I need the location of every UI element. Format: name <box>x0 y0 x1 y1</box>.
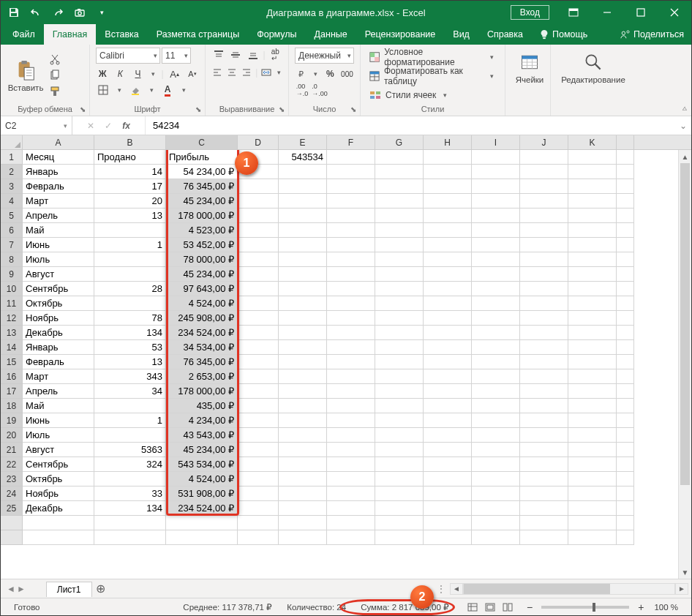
minimize-icon[interactable] <box>590 1 624 24</box>
cell[interactable]: 324 <box>94 457 166 472</box>
cell[interactable] <box>472 223 520 238</box>
cell-styles-button[interactable]: Стили ячеек▾ <box>366 87 499 103</box>
cell[interactable]: Май <box>23 223 94 238</box>
cell[interactable] <box>375 355 424 369</box>
cell[interactable] <box>424 311 472 326</box>
cell[interactable] <box>568 516 617 530</box>
cell[interactable] <box>238 326 279 340</box>
cell[interactable] <box>472 413 520 428</box>
cell[interactable]: Январь <box>23 165 94 179</box>
cell[interactable] <box>472 487 520 501</box>
sheet-nav-next-icon[interactable]: ► <box>17 584 26 594</box>
cell[interactable] <box>568 487 617 501</box>
cell[interactable]: 43 543,00 ₽ <box>166 428 238 443</box>
col-header-B[interactable]: B <box>94 135 166 149</box>
cell[interactable] <box>375 209 424 223</box>
cell[interactable] <box>375 457 424 472</box>
underline-dd-icon[interactable]: ▾ <box>149 70 157 78</box>
cell[interactable]: Январь <box>23 340 94 355</box>
cell[interactable] <box>520 516 568 530</box>
cells-button[interactable]: Ячейки <box>511 48 548 88</box>
cell[interactable] <box>617 355 634 369</box>
fontcolor-dd-icon[interactable]: ▾ <box>179 86 188 94</box>
cell[interactable] <box>520 384 568 399</box>
cell[interactable] <box>424 472 472 487</box>
cell[interactable] <box>166 516 238 530</box>
cell[interactable] <box>279 223 327 238</box>
cell[interactable] <box>279 296 327 311</box>
cell[interactable] <box>327 355 375 369</box>
cell[interactable]: Ноябрь <box>23 311 94 326</box>
cell[interactable]: Октябрь <box>23 472 94 487</box>
cell[interactable] <box>279 516 327 530</box>
cell[interactable] <box>424 501 472 516</box>
cells-area[interactable]: 1 Месяц Продано Прибыль 543534 2Январь14… <box>1 150 691 579</box>
cell[interactable] <box>520 296 568 311</box>
row-header[interactable]: 19 <box>1 413 23 428</box>
cell[interactable] <box>279 238 327 252</box>
cell[interactable] <box>238 179 279 194</box>
cell[interactable] <box>520 355 568 369</box>
cell[interactable] <box>617 267 634 282</box>
col-header-D[interactable]: D <box>238 135 279 149</box>
cell[interactable] <box>375 487 424 501</box>
cell[interactable]: Август <box>23 443 94 457</box>
cell[interactable] <box>279 472 327 487</box>
cell[interactable] <box>94 428 166 443</box>
cell[interactable] <box>424 384 472 399</box>
scroll-left-icon[interactable]: ◄ <box>450 583 463 595</box>
cell[interactable]: 4 523,00 ₽ <box>166 223 238 238</box>
cell[interactable]: 17 <box>94 179 166 194</box>
cell[interactable] <box>424 326 472 340</box>
cell[interactable] <box>568 267 617 282</box>
cell[interactable] <box>568 428 617 443</box>
row-header[interactable]: 4 <box>1 194 23 209</box>
cell[interactable] <box>617 209 634 223</box>
tell-me[interactable]: Помощь <box>532 24 595 45</box>
cell[interactable] <box>424 267 472 282</box>
cell[interactable] <box>238 311 279 326</box>
cell[interactable] <box>568 443 617 457</box>
cell[interactable] <box>327 399 375 413</box>
cell[interactable] <box>375 340 424 355</box>
cell[interactable] <box>424 238 472 252</box>
cell[interactable] <box>375 267 424 282</box>
cell[interactable] <box>375 194 424 209</box>
cell[interactable]: Декабрь <box>23 501 94 516</box>
cell[interactable]: Октябрь <box>23 296 94 311</box>
fx-icon[interactable]: fx <box>122 121 130 131</box>
zoom-level[interactable]: 100 % <box>654 603 678 612</box>
cell[interactable] <box>568 399 617 413</box>
col-header-K[interactable]: K <box>568 135 617 149</box>
cell[interactable] <box>375 399 424 413</box>
cell[interactable] <box>94 267 166 282</box>
cell[interactable] <box>238 369 279 384</box>
row-header[interactable]: 2 <box>1 165 23 179</box>
wrap-text-icon[interactable]: ab↵ <box>268 48 282 62</box>
cell[interactable] <box>375 326 424 340</box>
row-header[interactable]: 5 <box>1 209 23 223</box>
cell[interactable] <box>472 194 520 209</box>
share-button[interactable]: Поделиться <box>613 24 691 45</box>
align-left-icon[interactable] <box>211 65 223 80</box>
cell[interactable] <box>424 252 472 267</box>
cell[interactable]: Май <box>23 399 94 413</box>
cell[interactable] <box>617 194 634 209</box>
align-launcher-icon[interactable]: ⬊ <box>277 104 287 114</box>
cell[interactable] <box>238 487 279 501</box>
cell[interactable]: 45 234,00 ₽ <box>166 194 238 209</box>
cell[interactable] <box>617 311 634 326</box>
row-header[interactable]: 17 <box>1 384 23 399</box>
cell[interactable] <box>375 223 424 238</box>
cell[interactable] <box>375 282 424 296</box>
cell[interactable] <box>327 326 375 340</box>
cell[interactable] <box>238 472 279 487</box>
cell[interactable] <box>327 457 375 472</box>
cell[interactable] <box>568 311 617 326</box>
cell[interactable] <box>568 150 617 165</box>
horizontal-scrollbar[interactable] <box>463 583 675 595</box>
row-header[interactable]: 22 <box>1 457 23 472</box>
cell[interactable] <box>617 340 634 355</box>
copy-icon[interactable] <box>48 68 62 83</box>
conditional-formatting-button[interactable]: Условное форматирование▾ <box>366 49 499 65</box>
